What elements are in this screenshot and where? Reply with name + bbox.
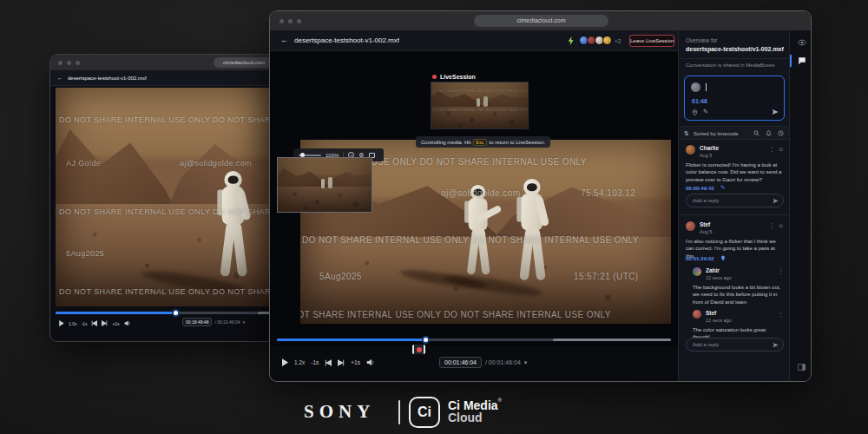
- watermark-row: DO NOT SHARE INTERNAL USE ONLY DO NOT SH…: [59, 287, 273, 296]
- next-frame-icon[interactable]: [338, 359, 345, 366]
- watermark-user-name: AJ Golde: [66, 159, 101, 168]
- annotation-edit-icon[interactable]: ✎: [720, 185, 725, 191]
- reply-text: The background looks a bit blown out, we…: [693, 284, 784, 306]
- back-icon[interactable]: ←: [280, 36, 288, 44]
- composer-timecode[interactable]: 01:46: [692, 98, 707, 104]
- comment-marker[interactable]: [412, 345, 425, 354]
- url-bar[interactable]: cimediacloud.com: [474, 15, 608, 27]
- speed-button[interactable]: 1.2x: [294, 359, 305, 365]
- speed-button[interactable]: 1.0x: [69, 321, 76, 326]
- watermark-ip: 75.54.103.12: [581, 188, 635, 198]
- play-icon[interactable]: [282, 358, 288, 366]
- toast-text: Controlling media. Hit: [421, 140, 470, 145]
- overflow-menu-icon[interactable]: ⋮: [778, 311, 784, 317]
- send-icon[interactable]: [772, 108, 779, 115]
- traffic-light-close[interactable]: [58, 61, 62, 65]
- timecode-current[interactable]: 00:18:49:48: [182, 318, 212, 326]
- presenter-pip[interactable]: DO NOT SHARE INTERNAL USE ONLY DO NOT SH…: [431, 82, 529, 129]
- url-bar[interactable]: cimediacloud.com: [214, 57, 274, 68]
- overflow-menu-icon[interactable]: ⋮: [778, 268, 784, 274]
- timecode-total: / 00:01:46:04: [485, 359, 521, 365]
- zoom-slider[interactable]: [299, 155, 321, 156]
- comments-bubble-icon[interactable]: [798, 56, 806, 65]
- reply-author: Zahir: [706, 267, 720, 273]
- comment-time: Aug 5: [700, 153, 712, 158]
- zoom-minimap[interactable]: [277, 157, 372, 213]
- participant-avatar[interactable]: [602, 36, 612, 45]
- main-window-chrome: cimediacloud.com: [270, 11, 811, 30]
- ci-logo-mark: Ci: [409, 397, 440, 428]
- watermark-row: DO NOT SHARE INTERNAL USE ONLY DO NOT SH…: [300, 310, 611, 319]
- skip-forward-button[interactable]: +1s: [112, 321, 119, 326]
- reply-input[interactable]: Add a reply: [686, 338, 784, 352]
- location-pin-icon[interactable]: [692, 109, 698, 116]
- watermark-row: DO NOT SHARE INTERNAL USE ONLY DO NOT SH…: [59, 207, 273, 216]
- back-icon[interactable]: ←: [57, 75, 63, 81]
- skip-back-button[interactable]: -1s: [81, 321, 87, 326]
- annotation-pin-icon[interactable]: [720, 255, 726, 261]
- comment-timecode-link[interactable]: 00:00:49:43: [686, 186, 714, 191]
- participant-extra-count[interactable]: +2: [615, 38, 621, 44]
- playhead[interactable]: [172, 309, 180, 317]
- overview-eye-icon[interactable]: [798, 39, 806, 46]
- bell-icon[interactable]: [766, 130, 772, 136]
- sony-logo: SONY: [304, 401, 375, 423]
- overview-label: Overview for: [686, 37, 717, 43]
- livesession-indicator: LiveSession: [432, 74, 476, 80]
- comment-composer[interactable]: 01:46 ✎: [684, 76, 785, 121]
- back-browser-window: cimediacloud.com ← desertspace-testshoot…: [49, 54, 278, 342]
- player-controls: 1.2x -1s +1s: [282, 358, 374, 366]
- sort-label[interactable]: Sorted by timecode: [694, 131, 739, 136]
- comments-sidebar: Overview for desertspace-testshoot/v1-00…: [678, 30, 789, 382]
- controlling-media-toast: Controlling media. Hit Esc to return to …: [416, 136, 550, 148]
- send-icon[interactable]: [773, 198, 779, 204]
- prev-frame-icon[interactable]: [325, 359, 332, 366]
- watermark-row: DO NOT SHARE INTERNAL USE ONLY DO NOT SH…: [302, 235, 639, 245]
- clock-icon[interactable]: [778, 130, 784, 136]
- watermark-email: aj@solidgolde.com: [441, 188, 520, 198]
- marketing-canvas: cimediacloud.com ← desertspace-testshoot…: [0, 0, 868, 434]
- search-icon[interactable]: [753, 130, 760, 136]
- draw-annotation-icon[interactable]: ✎: [703, 108, 708, 115]
- skip-back-button[interactable]: -1s: [311, 359, 319, 365]
- back-video-frame[interactable]: DO NOT SHARE INTERNAL USE ONLY DO NOT SH…: [56, 88, 273, 306]
- traffic-light-minimize[interactable]: [67, 61, 71, 65]
- chevron-down-icon[interactable]: ▾: [243, 320, 246, 325]
- chevron-down-icon[interactable]: ▾: [524, 359, 528, 365]
- back-progress-bar[interactable]: [56, 312, 273, 314]
- prev-frame-icon[interactable]: [91, 320, 97, 326]
- timecode-current[interactable]: 00:01:46:04: [439, 357, 482, 368]
- reply-input[interactable]: Add a reply: [686, 194, 784, 207]
- volume-icon[interactable]: [366, 358, 374, 366]
- next-frame-icon[interactable]: [102, 320, 108, 326]
- progress-bar[interactable]: [277, 339, 671, 341]
- watermark-date: 5Aug2025: [66, 249, 104, 258]
- comment-time: Aug 5: [700, 229, 712, 234]
- traffic-light-close[interactable]: [279, 19, 284, 23]
- skip-forward-button[interactable]: +1s: [351, 359, 360, 365]
- overflow-menu-icon[interactable]: ⋮: [769, 222, 775, 228]
- reply-avatar: [693, 310, 701, 319]
- leave-livesession-button[interactable]: Leave LiveSession: [629, 35, 674, 47]
- watermark-email: aj@solidgolde.com: [180, 159, 252, 168]
- timecode-total: / 00:21:46:04: [214, 319, 240, 325]
- sidebar-asset-name[interactable]: desertspace-testshoot/v1-002.mxf: [686, 46, 784, 52]
- play-icon[interactable]: [59, 320, 64, 326]
- panel-toggle-icon[interactable]: [798, 364, 806, 371]
- send-icon[interactable]: [773, 342, 779, 348]
- overflow-menu-icon[interactable]: ⋮: [769, 146, 775, 152]
- comment-avatar: [686, 221, 695, 231]
- playhead[interactable]: [422, 336, 430, 344]
- registered-mark: ®: [498, 398, 502, 403]
- add-reaction-icon[interactable]: ☺: [778, 146, 784, 152]
- add-reaction-icon[interactable]: ☺: [778, 222, 784, 228]
- sort-icon[interactable]: ⇅: [684, 130, 689, 136]
- text-cursor: [706, 83, 707, 91]
- traffic-light-minimize[interactable]: [288, 19, 293, 23]
- traffic-light-zoom[interactable]: [297, 19, 301, 23]
- volume-icon[interactable]: [124, 320, 130, 326]
- comment-timecode-link[interactable]: 00:01:29:02: [686, 256, 714, 261]
- watermark-row: DO NOT SHARE INTERNAL USE ONLY DO NOT SH…: [59, 115, 273, 124]
- traffic-light-zoom[interactable]: [76, 61, 80, 65]
- cloud-wordmark: Cloud: [448, 411, 483, 424]
